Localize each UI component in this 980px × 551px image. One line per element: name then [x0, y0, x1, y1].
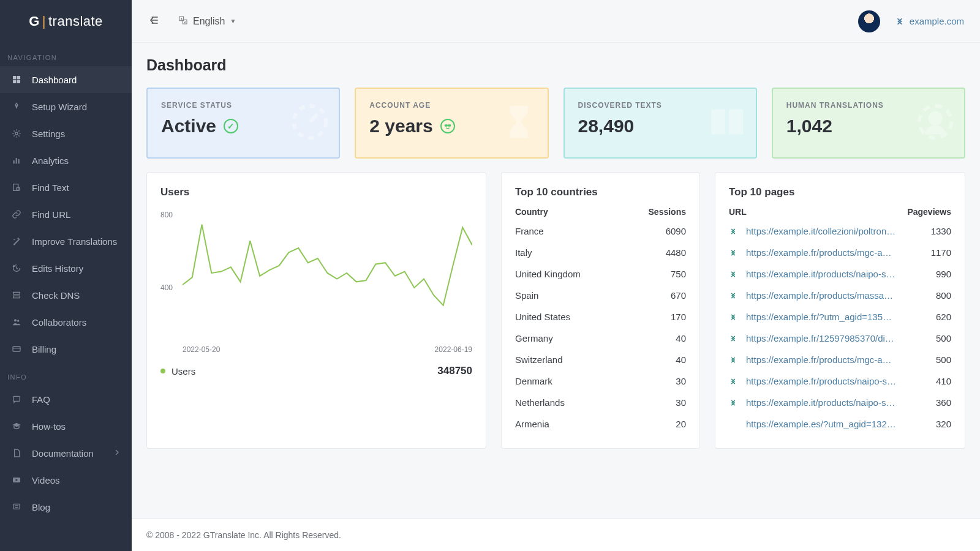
nav-label: Edits History: [32, 263, 83, 274]
svg-rect-0: [13, 76, 16, 79]
user-avatar[interactable]: [858, 10, 880, 32]
chart-svg: [183, 207, 472, 339]
page-favicon-icon: [729, 420, 737, 429]
nav-item-find-text[interactable]: Find Text: [0, 174, 132, 201]
nav-item-faq[interactable]: FAQ: [0, 386, 132, 413]
panel-title: Top 10 countries: [515, 186, 686, 198]
nav-section-navigation: NAVIGATION: [0, 43, 132, 66]
page-url-link[interactable]: https://example.fr/12597985370/di…: [746, 333, 894, 343]
content: Dashboard SERVICE STATUS Active ✓ ACCOUN…: [132, 43, 980, 462]
domain-selector[interactable]: example.com: [895, 16, 964, 26]
page-url-link[interactable]: https://example.fr/products/mgc-a…: [746, 354, 892, 365]
table-row: United Kingdom750: [515, 263, 686, 285]
pageview-count: 410: [936, 376, 951, 386]
nav-item-videos[interactable]: Videos: [0, 467, 132, 493]
nav-item-check-dns[interactable]: Check DNS: [0, 282, 132, 309]
credit-card-icon: [10, 344, 23, 354]
chat-icon: [10, 394, 23, 404]
page-url-link[interactable]: https://example.fr/products/mgc-a…: [746, 247, 892, 258]
blog-icon: [10, 502, 23, 512]
pageview-count: 500: [936, 333, 951, 343]
svg-point-5: [15, 132, 18, 135]
nav-label: Check DNS: [32, 290, 80, 301]
cool-face-icon: [440, 119, 455, 133]
page-favicon-icon: [729, 249, 737, 257]
page-url-link[interactable]: https://example.fr/products/naipo-s…: [746, 376, 896, 386]
table-row: https://example.fr/products/mgc-a…1170: [729, 242, 951, 263]
users-icon: [10, 317, 23, 327]
card-value: 28,490: [578, 116, 635, 137]
col-country: Country: [515, 207, 548, 217]
svg-rect-2: [13, 80, 16, 83]
page-url-link[interactable]: https://example.fr/?utm_agid=135…: [746, 312, 892, 322]
table-row: Italy4480: [515, 242, 686, 263]
svg-point-4: [16, 104, 17, 105]
pageview-count: 990: [936, 269, 951, 279]
svg-rect-17: [13, 396, 20, 401]
page-url-link[interactable]: https://example.fr/products/massa…: [746, 290, 893, 301]
table-row: Denmark30: [515, 370, 686, 392]
graduation-cap-icon: [10, 421, 23, 431]
pageview-count: 1330: [931, 226, 951, 236]
session-count: 6090: [666, 226, 686, 236]
nav-label: Documentation: [32, 448, 94, 459]
nav-item-improve-translations[interactable]: Improve Translations: [0, 228, 132, 255]
nav-item-dashboard[interactable]: Dashboard: [0, 66, 132, 93]
brand-logo[interactable]: G | translate: [0, 0, 132, 43]
translate-icon: [178, 15, 188, 28]
panel-pages: Top 10 pages URL Pageviews https://examp…: [715, 172, 965, 449]
legend-total: 348750: [437, 365, 472, 377]
main: English ▼ example.com Dashboard SERVICE …: [132, 0, 980, 551]
session-count: 20: [676, 419, 686, 429]
dashboard-icon: [10, 75, 23, 84]
page-url-link[interactable]: https://example.es/?utm_agid=132…: [746, 419, 896, 429]
nav-item-analytics[interactable]: Analytics: [0, 147, 132, 174]
nav-item-setup-wizard[interactable]: Setup Wizard: [0, 93, 132, 120]
country-name: United Kingdom: [515, 269, 581, 279]
table-row: Spain670: [515, 285, 686, 306]
copyright: © 2008 - 2022 GTranslate Inc. All Rights…: [146, 530, 341, 540]
card-service-status: SERVICE STATUS Active ✓: [146, 88, 340, 159]
nav-item-edits-history[interactable]: Edits History: [0, 255, 132, 282]
nav-section-info: INFO: [0, 362, 132, 386]
country-name: Netherlands: [515, 397, 565, 408]
nav-label: How-tos: [32, 421, 66, 432]
collapse-sidebar-button[interactable]: [148, 14, 160, 29]
svg-point-28: [930, 113, 941, 124]
topbar: English ▼ example.com: [132, 0, 980, 43]
server-icon: [10, 290, 23, 300]
language-selector[interactable]: English ▼: [178, 15, 236, 28]
caret-down-icon: ▼: [230, 18, 236, 24]
page-favicon-icon: [729, 291, 737, 300]
nav-label: FAQ: [32, 394, 50, 405]
table-row: https://example.es/?utm_agid=132…320: [729, 413, 951, 435]
session-count: 750: [671, 269, 686, 279]
nav-label: Billing: [32, 344, 56, 354]
history-icon: [10, 263, 23, 273]
nav-item-howtos[interactable]: How-tos: [0, 413, 132, 440]
document-icon: [10, 448, 23, 458]
svg-rect-6: [13, 160, 15, 163]
page-favicon-icon: [729, 227, 737, 236]
svg-point-14: [17, 320, 19, 321]
nav-item-documentation[interactable]: Documentation: [0, 440, 132, 467]
gauge-icon: [288, 100, 331, 146]
domain-label: example.com: [910, 16, 964, 26]
brand-divider: |: [42, 13, 46, 29]
nav-item-collaborators[interactable]: Collaborators: [0, 309, 132, 335]
page-url-link[interactable]: https://example.it/products/naipo-s…: [746, 397, 895, 408]
nav-item-find-url[interactable]: Find URL: [0, 201, 132, 228]
country-name: France: [515, 226, 544, 236]
page-favicon-icon: [729, 356, 737, 364]
page-url-link[interactable]: https://example.it/products/naipo-s…: [746, 269, 895, 279]
nav-item-blog[interactable]: Blog: [0, 493, 132, 520]
page-url-link[interactable]: https://example.it/collezioni/poltron…: [746, 226, 895, 236]
nav-item-billing[interactable]: Billing: [0, 335, 132, 362]
table-row: https://example.fr/products/massa…800: [729, 285, 951, 306]
nav-label: Find Text: [32, 182, 69, 193]
pageview-count: 500: [936, 354, 951, 365]
nav-label: Blog: [32, 502, 50, 512]
country-name: Denmark: [515, 376, 552, 386]
nav-item-settings[interactable]: Settings: [0, 120, 132, 147]
footer: © 2008 - 2022 GTranslate Inc. All Rights…: [132, 519, 980, 551]
